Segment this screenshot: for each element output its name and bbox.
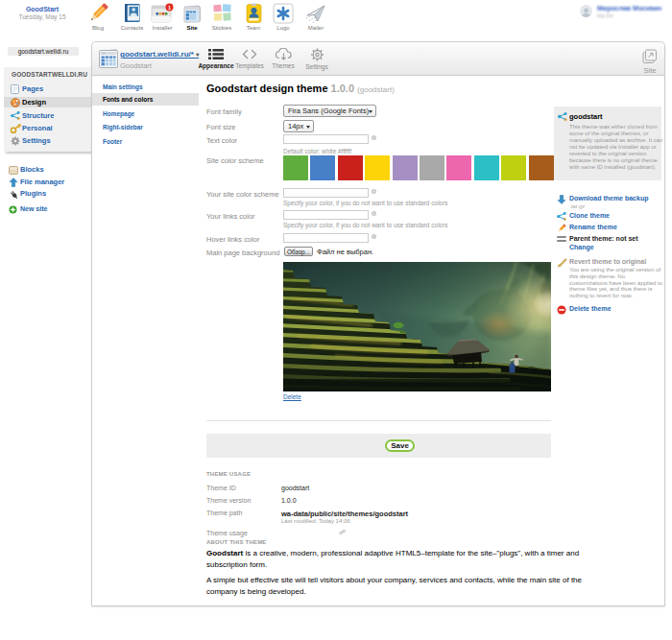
svg-text:1: 1 — [168, 5, 171, 11]
